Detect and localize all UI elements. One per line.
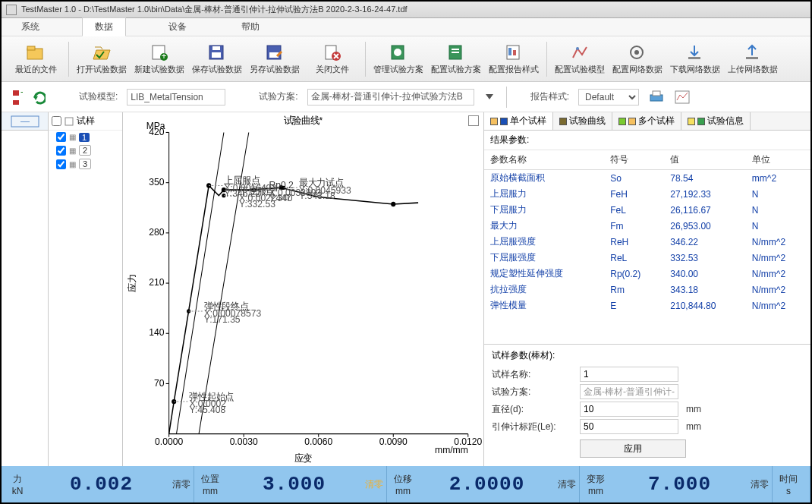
report-select[interactable]: Default — [578, 89, 639, 106]
svg-text:应力: 应力 — [127, 274, 137, 293]
config-model-button[interactable]: 配置试验模型 — [552, 39, 608, 80]
svg-text:0.0000: 0.0000 — [155, 436, 183, 447]
scheme-value[interactable] — [307, 89, 474, 106]
config-scheme-icon — [445, 43, 467, 62]
spec-scheme-input[interactable] — [580, 384, 678, 399]
svg-text:0.0060: 0.0060 — [304, 436, 332, 447]
tree-check-all[interactable] — [52, 116, 61, 126]
table-row[interactable]: 上屈服强度ReH346.22N/mm^2 — [484, 234, 810, 250]
status-strain: 变形mm 7.000 清零 — [580, 466, 773, 502]
menu-system[interactable]: 系统 — [9, 18, 52, 36]
chart-canvas[interactable]: 试验曲线*MPa701402102803504200.00000.00300.0… — [123, 112, 483, 466]
svg-text:Y:332.53: Y:332.53 — [239, 198, 275, 209]
tab-info[interactable]: 试验信息 — [681, 112, 751, 130]
save-data-button[interactable]: 保存试验数据 — [189, 39, 245, 80]
reset-position[interactable]: 清零 — [365, 478, 383, 491]
table-row[interactable]: 上屈服力FeH27,192.33N — [484, 186, 810, 202]
saveas-data-button[interactable]: 另存试验数据 — [247, 39, 303, 80]
refresh-icon[interactable] — [32, 90, 46, 105]
menu-data[interactable]: 数据 — [82, 17, 126, 36]
svg-rect-7 — [212, 52, 221, 58]
svg-rect-16 — [452, 49, 459, 50]
svg-text:0.0090: 0.0090 — [379, 436, 408, 447]
params-table[interactable]: 参数名称 符号 值 单位 原始横截面积So78.54mm^2上屈服力FeH27,… — [484, 150, 810, 345]
svg-text:210: 210 — [149, 277, 164, 288]
status-force: 力kN 0.002 清零 — [2, 466, 194, 502]
dropdown-icon[interactable] — [483, 90, 497, 104]
spec-name-input[interactable] — [580, 367, 678, 382]
svg-rect-36 — [65, 118, 73, 125]
model-value[interactable] — [127, 89, 225, 106]
specimen-check[interactable] — [56, 132, 66, 142]
specimen-item[interactable]: ▦ 3 — [49, 157, 122, 171]
clamp-red-icon[interactable]: + — [9, 90, 23, 105]
menubar: 系统 数据 设备 帮助 — [2, 18, 810, 36]
spec-header: 试样参数(棒材): — [492, 349, 803, 362]
chart-panel: 试验曲线*MPa701402102803504200.00000.00300.0… — [123, 112, 484, 466]
chart-maximize-icon[interactable] — [468, 115, 479, 126]
close-file-button[interactable]: 关闭文件 — [304, 39, 360, 80]
svg-rect-26 — [13, 90, 19, 96]
specimen-params: 试样参数(棒材): 试样名称: 试验方案: 直径(d):mm 引伸计标距(Le)… — [484, 345, 810, 466]
tab-single[interactable]: 单个试样 — [484, 112, 553, 130]
table-row[interactable]: 下屈服强度ReL332.53N/mm^2 — [484, 250, 810, 266]
folder-open-icon — [91, 43, 112, 62]
svg-rect-24 — [688, 57, 700, 59]
config-network-button[interactable]: 配置网络数据 — [609, 39, 666, 80]
specimen-item[interactable]: ▦ 1 — [49, 131, 122, 143]
right-pane: 单个试样 试验曲线 多个试样 试验信息 结果参数: 参数名称 符号 值 单位 原 — [484, 112, 810, 466]
tab-curve[interactable]: 试验曲线 — [553, 112, 612, 130]
svg-rect-8 — [212, 46, 220, 50]
left-tab[interactable]: — — [2, 112, 48, 131]
svg-text:0.0030: 0.0030 — [230, 436, 258, 447]
svg-point-23 — [634, 50, 639, 55]
reset-displacement[interactable]: 清零 — [558, 478, 576, 491]
config-scheme-button[interactable]: 配置试验方案 — [428, 39, 484, 80]
status-position: 位置mm 3.000 清零 — [194, 466, 387, 502]
download-network-button[interactable]: 下载网络数据 — [667, 39, 723, 80]
table-row[interactable]: 下屈服力FeL26,116.67N — [484, 202, 810, 218]
tab-multi[interactable]: 多个试样 — [612, 112, 681, 130]
status-time: 时间s — [773, 466, 810, 502]
table-row[interactable]: 抗拉强度Rm343.18N/mm^2 — [484, 282, 810, 298]
spec-gauge-input[interactable] — [580, 419, 678, 434]
specimen-check[interactable] — [56, 146, 66, 156]
apply-button[interactable]: 应用 — [580, 439, 686, 458]
scheme-label: 试验方案: — [259, 90, 297, 103]
svg-text:+: + — [20, 90, 23, 98]
config-report-button[interactable]: 配置报告样式 — [486, 39, 542, 80]
report-label: 报告样式: — [530, 90, 569, 103]
table-row[interactable]: 最大力Fm26,953.00N — [484, 218, 810, 234]
reset-strain[interactable]: 清零 — [751, 478, 769, 491]
open-data-button[interactable]: 打开试验数据 — [74, 39, 130, 80]
svg-text:+: + — [161, 51, 166, 61]
manage-scheme-button[interactable]: 管理试验方案 — [370, 39, 426, 80]
new-data-button[interactable]: + 新建试验数据 — [131, 39, 187, 80]
new-file-icon: + — [149, 43, 170, 62]
table-row[interactable]: 规定塑性延伸强度Rp(0.2)340.00N/mm^2 — [484, 266, 810, 282]
specimen-check[interactable] — [56, 159, 66, 169]
svg-text:280: 280 — [149, 227, 164, 238]
chart-preview-icon[interactable] — [674, 90, 691, 105]
tree-header[interactable]: 试样 — [49, 112, 122, 131]
separator — [365, 42, 366, 77]
window-title: TestMaster 1.0 - D:\TestMaster 1.0\bin\D… — [21, 4, 408, 15]
menu-help[interactable]: 帮助 — [229, 18, 272, 36]
svg-text:—: — — [20, 116, 30, 127]
recent-files-button[interactable]: 最近的文件 — [8, 39, 64, 80]
app-icon — [6, 5, 17, 15]
svg-rect-32 — [653, 91, 660, 96]
main-area: — 试样 ▦ 1▦ 2▦ 3 试验曲线*MPa70140210280350420… — [2, 112, 810, 466]
svg-text:Y:45.408: Y:45.408 — [189, 405, 225, 415]
menu-device[interactable]: 设备 — [156, 18, 199, 36]
table-row[interactable]: 原始横截面积So78.54mm^2 — [484, 170, 810, 187]
reset-force[interactable]: 清零 — [172, 478, 190, 491]
model-label: 试验模型: — [79, 90, 118, 103]
upload-network-button[interactable]: 上传网络数据 — [725, 39, 781, 80]
spec-diameter-input[interactable] — [580, 402, 678, 417]
table-row[interactable]: 弹性模量E210,844.80N/mm^2 — [484, 298, 810, 313]
print-icon[interactable] — [648, 90, 665, 105]
svg-text:应变: 应变 — [294, 452, 312, 463]
specimen-item[interactable]: ▦ 2 — [49, 143, 122, 157]
svg-rect-27 — [13, 100, 19, 105]
